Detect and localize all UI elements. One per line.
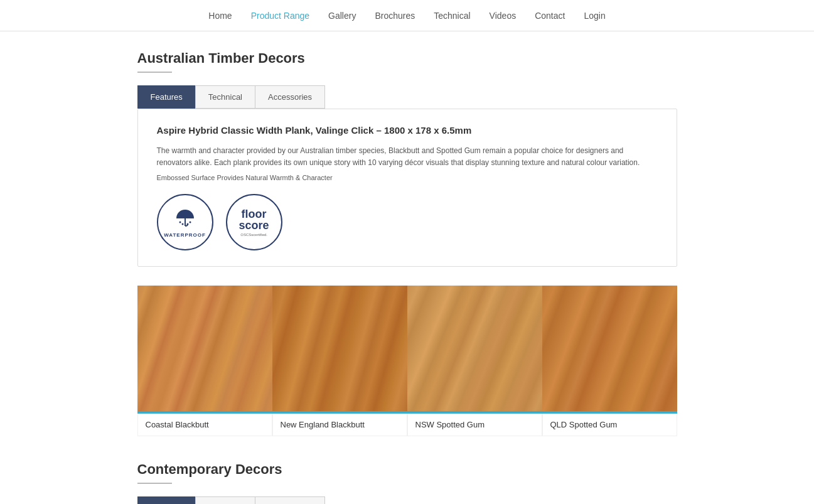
svg-point-1 (179, 221, 181, 223)
product-card-qld: QLD Spotted Gum (542, 286, 677, 436)
waterproof-icon (174, 207, 196, 230)
section2-title: Contemporary Decors (137, 461, 677, 478)
section1-tabs: Features Technical Accessories (137, 85, 677, 109)
waterproof-text: WATERPROOF (164, 232, 206, 238)
section2: Contemporary Decors Features Technical A… (137, 461, 677, 504)
floorscore-badge: floor score ⊙SCSscertified. (226, 194, 282, 250)
nav-videos[interactable]: Videos (490, 11, 517, 21)
product-card-newengland: New England Blackbutt (272, 286, 407, 436)
info-box-title: Aspire Hybrid Classic Width Plank, Valin… (157, 125, 658, 136)
nav-home[interactable]: Home (208, 11, 232, 21)
nav-product-range[interactable]: Product Range (251, 11, 309, 21)
coastal-label: Coastal Blackbutt (137, 414, 272, 436)
page-content: Australian Timber Decors Features Techni… (125, 31, 690, 504)
info-box-sub: Embossed Surface Provides Natural Warmth… (157, 174, 658, 181)
qld-image (542, 286, 677, 411)
info-box-desc: The warmth and character provided by our… (157, 145, 658, 169)
nav-login[interactable]: Login (584, 11, 605, 21)
section1-title: Australian Timber Decors (137, 50, 677, 67)
floorscore-cert: ⊙SCSscertified. (240, 232, 267, 237)
section2-underline (137, 483, 172, 484)
tab-technical-2[interactable]: Technical (195, 496, 255, 504)
svg-point-2 (189, 221, 191, 223)
nsw-label: NSW Spotted Gum (407, 414, 542, 436)
tab-features-2[interactable]: Features (137, 496, 195, 504)
product-card-coastal: Coastal Blackbutt (137, 286, 272, 436)
nav-technical[interactable]: Technical (434, 11, 470, 21)
section1-underline (137, 72, 172, 73)
newengland-label: New England Blackbutt (272, 414, 407, 436)
nav-contact[interactable]: Contact (535, 11, 565, 21)
tab-technical-1[interactable]: Technical (195, 85, 255, 109)
coastal-image (137, 286, 272, 411)
nsw-image (407, 286, 542, 411)
waterproof-badge: WATERPROOF (157, 194, 213, 250)
qld-label: QLD Spotted Gum (542, 414, 677, 436)
svg-point-3 (181, 223, 183, 225)
floorscore-score: score (238, 220, 269, 231)
floorscore-title: floor (242, 208, 267, 220)
section2-tabs: Features Technical Accessories (137, 496, 677, 504)
product-card-nsw: NSW Spotted Gum (407, 286, 542, 436)
newengland-image (272, 286, 407, 411)
badges-container: WATERPROOF floor score ⊙SCSscertified. (157, 194, 658, 250)
nav-brochures[interactable]: Brochures (375, 11, 415, 21)
info-box-1: Aspire Hybrid Classic Width Plank, Valin… (137, 109, 677, 267)
tab-accessories-1[interactable]: Accessories (255, 85, 325, 109)
svg-point-4 (186, 223, 188, 225)
tab-features-1[interactable]: Features (137, 85, 195, 109)
nav-gallery[interactable]: Gallery (328, 11, 356, 21)
product-grid-1: Coastal Blackbutt New England Blackbutt … (137, 286, 677, 436)
tab-accessories-2[interactable]: Accessories (255, 496, 325, 504)
main-nav: Home Product Range Gallery Brochures Tec… (0, 0, 814, 31)
